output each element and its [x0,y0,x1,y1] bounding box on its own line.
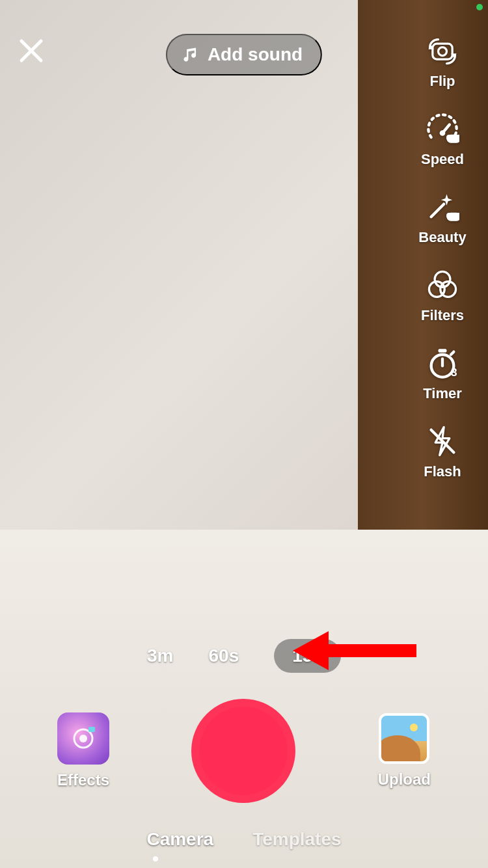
beauty-off-badge: OFF [446,211,459,221]
duration-3m[interactable]: 3m [147,645,173,666]
svg-rect-0 [433,44,452,59]
tool-column: Flip OFF Speed OFF Beauty [410,34,475,480]
svg-point-16 [79,735,87,742]
recording-indicator-dot [476,4,483,10]
annotation-arrow [293,625,423,677]
flash-off-icon [426,424,459,458]
timer-button[interactable]: 3 Timer [423,346,462,402]
beauty-button[interactable]: OFF Beauty [418,190,466,246]
upload-icon [379,713,429,764]
filters-icon [426,268,459,302]
flash-button[interactable]: Flash [424,424,461,480]
duration-60s[interactable]: 60s [209,645,239,666]
svg-point-1 [439,47,447,56]
active-tab-indicator [153,856,158,861]
tab-templates[interactable]: Templates [252,829,341,850]
speed-label: Speed [421,151,464,168]
wand-icon: OFF [426,190,459,224]
svg-rect-12 [438,349,446,352]
flash-label: Flash [424,463,461,480]
flip-icon [426,34,459,68]
timer-value: 3 [451,366,457,379]
upload-button[interactable]: Upload [378,713,431,789]
close-icon [18,37,45,64]
speed-off-badge: OFF [446,133,459,142]
camera-screen: Add sound Flip OFF Speed [0,0,488,868]
record-row: Effects Upload [0,699,488,803]
speedometer-icon: OFF [426,112,459,146]
effects-icon [57,712,109,765]
tab-camera[interactable]: Camera [146,829,213,850]
effects-button[interactable]: Effects [57,712,109,789]
add-sound-label: Add sound [208,44,303,65]
speed-button[interactable]: OFF Speed [421,112,464,168]
add-sound-button[interactable]: Add sound [166,34,322,75]
beauty-label: Beauty [418,229,466,246]
filters-label: Filters [421,307,464,324]
upload-label: Upload [378,770,431,789]
filters-button[interactable]: Filters [421,268,464,324]
svg-line-5 [431,204,444,217]
svg-line-3 [442,125,450,133]
svg-rect-17 [88,727,95,732]
close-button[interactable] [12,31,51,70]
flip-button[interactable]: Flip [426,34,459,90]
music-note-icon [182,46,200,64]
record-button[interactable] [191,699,295,803]
effects-label: Effects [57,771,109,789]
stopwatch-icon: 3 [426,346,459,380]
flip-label: Flip [429,73,455,90]
mode-tabs: Camera Templates [0,829,488,850]
svg-line-13 [451,352,454,355]
timer-label: Timer [423,385,462,402]
